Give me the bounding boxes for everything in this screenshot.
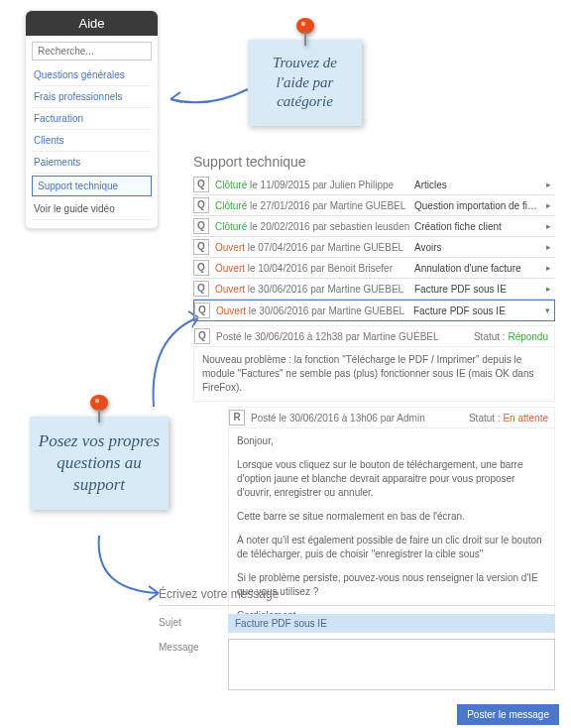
ticket-title: Annulation d'une facture xyxy=(414,263,541,274)
svg-point-0 xyxy=(296,18,314,34)
chevron-right-icon: ▸ xyxy=(541,263,551,273)
sticky-text: Posez vos propres questions au support xyxy=(39,431,160,494)
question-badge: Q xyxy=(193,218,209,234)
compose-panel: Écrivez votre message Sujet Facture PDF … xyxy=(159,587,555,696)
question-badge: Q xyxy=(194,328,210,344)
sticky-note-categories: Trouvez de l'aide par catégorie xyxy=(248,40,362,126)
ticket-meta: Ouvert le 30/06/2016 par Martine GUÉBEL xyxy=(215,284,414,295)
question-badge: Q xyxy=(194,303,210,318)
nav-general[interactable]: Questions générales xyxy=(32,64,152,86)
compose-title: Écrivez votre message xyxy=(159,587,555,606)
ticket-title: Création fiche client xyxy=(414,221,541,232)
ticket-meta: Ouvert le 10/04/2016 par Benoit Brisefer xyxy=(215,263,414,274)
question-badge: Q xyxy=(193,177,209,192)
chevron-right-icon: ▸ xyxy=(541,221,551,231)
sidebar-title: Aide xyxy=(26,11,158,36)
search-input[interactable] xyxy=(32,42,152,61)
nav-billing[interactable]: Facturation xyxy=(32,108,152,130)
ticket-meta: Clôturé le 11/09/2015 par Julien Philipp… xyxy=(215,180,414,190)
ticket-title: Question importation de fichiers clients… xyxy=(414,200,541,211)
post-message-button[interactable]: Poster le message xyxy=(457,704,559,725)
help-sidebar: Aide Questions générales Frais professio… xyxy=(25,10,159,229)
subject-input[interactable]: Facture PDF sous IE xyxy=(228,614,555,633)
posted-meta: Posté le 30/06/2016 à 13h06 par Admin xyxy=(251,413,425,424)
question-badge: Q xyxy=(193,239,209,255)
svg-point-2 xyxy=(90,395,108,411)
nav-expenses[interactable]: Frais professionnels xyxy=(32,86,152,108)
help-categories: Questions générales Frais professionnels… xyxy=(32,64,152,220)
question-badge: Q xyxy=(193,281,209,297)
status-text: Ouvert xyxy=(215,284,245,295)
chevron-right-icon: ▸ xyxy=(541,242,551,252)
ticket-row[interactable]: QClôturé le 20/02/2016 par sebastien leu… xyxy=(193,216,555,237)
ticket-row[interactable]: QOuvert le 30/06/2016 par Martine GUÉBEL… xyxy=(193,300,555,321)
ticket-meta: Clôturé le 27/01/2016 par Martine GUÉBEL xyxy=(215,200,414,211)
ticket-row[interactable]: QOuvert le 30/06/2016 par Martine GUÉBEL… xyxy=(193,279,555,300)
chevron-down-icon: ▾ xyxy=(540,305,550,315)
status-text: Clôturé xyxy=(215,180,247,190)
arrow-icon xyxy=(159,79,258,119)
chevron-right-icon: ▸ xyxy=(541,180,551,189)
ticket-meta: Ouvert le 30/06/2016 par Martine GUÉBEL xyxy=(216,305,413,316)
status-text: Clôturé xyxy=(215,200,247,211)
pushpin-icon xyxy=(293,18,317,54)
ticket-meta: Clôturé le 20/02/2016 par sebastien leus… xyxy=(215,221,414,232)
status-text: Ouvert xyxy=(215,263,245,274)
question-body: Nouveau problème : la fonction "Téléchar… xyxy=(193,346,555,402)
pushpin-icon xyxy=(87,395,111,430)
message-textarea[interactable] xyxy=(228,639,555,690)
nav-payments[interactable]: Paiements xyxy=(32,152,152,174)
page-title: Support technique xyxy=(193,154,555,170)
question-badge: Q xyxy=(193,260,209,276)
chevron-right-icon: ▸ xyxy=(541,200,551,210)
sticky-note-support: Posez vos propres questions au support xyxy=(30,417,169,510)
ticket-title: Avoirs xyxy=(414,242,541,253)
ticket-row[interactable]: QClôturé le 27/01/2016 par Martine GUÉBE… xyxy=(193,195,555,216)
ticket-row[interactable]: QClôturé le 11/09/2015 par Julien Philip… xyxy=(193,175,555,195)
chevron-right-icon: ▸ xyxy=(541,284,551,294)
nav-clients[interactable]: Clients xyxy=(32,130,152,152)
subject-field: Sujet Facture PDF sous IE xyxy=(159,614,555,633)
svg-point-1 xyxy=(300,22,304,26)
ticket-list: QClôturé le 11/09/2015 par Julien Philip… xyxy=(193,175,555,321)
reply-badge: R xyxy=(229,410,245,425)
question-badge: Q xyxy=(193,197,209,213)
message-label: Message xyxy=(159,639,228,690)
status-label: Statut : Répondu xyxy=(474,331,548,342)
sticky-text: Trouvez de l'aide par catégorie xyxy=(273,55,337,109)
status-label: Statut : En attente xyxy=(469,413,548,424)
svg-point-3 xyxy=(95,399,99,403)
message-field: Message xyxy=(159,639,555,690)
nav-support[interactable]: Support technique xyxy=(32,176,152,196)
nav-video-guide[interactable]: Voir le guide vidéo xyxy=(32,198,152,220)
status-text: Clôturé xyxy=(215,221,247,232)
status-text: Ouvert xyxy=(216,305,246,316)
ticket-row[interactable]: QOuvert le 10/04/2016 par Benoit Brisefe… xyxy=(193,258,555,279)
ticket-meta: Ouvert le 07/04/2016 par Martine GUÉBEL xyxy=(215,242,414,253)
ticket-row[interactable]: QOuvert le 07/04/2016 par Martine GUÉBEL… xyxy=(193,237,555,258)
ticket-title: Facture PDF sous IE xyxy=(414,284,541,295)
post-wrap: Poster le message xyxy=(457,704,559,725)
ticket-title: Facture PDF sous IE xyxy=(413,305,540,316)
ticket-title: Articles xyxy=(414,180,541,190)
posted-meta: Posté le 30/06/2016 à 12h38 par Martine … xyxy=(216,331,439,342)
subject-label: Sujet xyxy=(159,614,228,633)
question-post: Q Posté le 30/06/2016 à 12h38 par Martin… xyxy=(193,325,555,402)
status-text: Ouvert xyxy=(215,242,245,253)
